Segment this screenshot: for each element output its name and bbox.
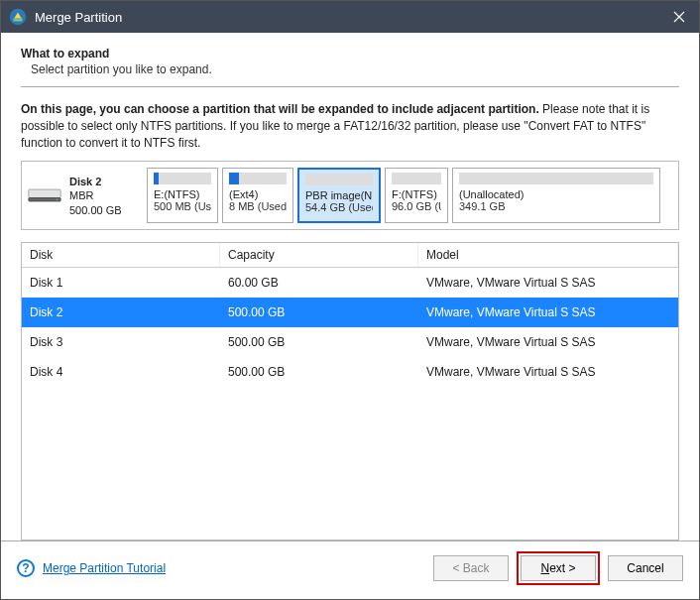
table-row[interactable]: Disk 160.00 GBVMware, VMware Virtual S S… xyxy=(22,268,678,298)
usage-bar xyxy=(459,173,653,184)
col-capacity[interactable]: Capacity xyxy=(220,243,418,267)
cell-model: VMware, VMware Virtual S SAS xyxy=(418,298,678,327)
app-icon xyxy=(9,8,27,26)
cell-capacity: 500.00 GB xyxy=(220,357,418,387)
partition-sub: 54.4 GB (Used xyxy=(305,201,373,213)
usage-bar xyxy=(305,174,373,185)
cell-disk: Disk 1 xyxy=(22,268,220,298)
cell-capacity: 500.00 GB xyxy=(220,327,418,357)
divider xyxy=(21,86,679,87)
table-body: Disk 160.00 GBVMware, VMware Virtual S S… xyxy=(22,268,678,540)
table-header: Disk Capacity Model xyxy=(22,243,678,268)
disk-info: Disk 2 MBR 500.00 GB xyxy=(28,168,143,223)
close-button[interactable] xyxy=(659,1,699,33)
table-row[interactable]: Disk 3500.00 GBVMware, VMware Virtual S … xyxy=(22,327,678,357)
page-subheading: Select partition you like to expand. xyxy=(31,62,679,76)
disk-text: Disk 2 MBR 500.00 GB xyxy=(69,175,122,217)
cell-disk: Disk 4 xyxy=(22,357,220,387)
usage-bar xyxy=(154,173,211,184)
window-title: Merge Partition xyxy=(35,10,659,25)
back-button[interactable]: < Back xyxy=(433,555,509,581)
cell-capacity: 60.00 GB xyxy=(220,268,418,298)
next-button-highlight: Next > xyxy=(517,551,600,585)
cell-capacity: 500.00 GB xyxy=(220,298,418,327)
disk-type: MBR xyxy=(69,188,122,202)
partition-tile[interactable]: E:(NTFS)500 MB (Used xyxy=(147,168,218,223)
partition-label: PBR image(N xyxy=(305,189,373,201)
disk-table: Disk Capacity Model Disk 160.00 GBVMware… xyxy=(21,242,679,540)
cell-disk: Disk 3 xyxy=(22,327,220,357)
partition-label: (Unallocated) xyxy=(459,188,653,200)
partition-tile[interactable]: F:(NTFS)96.0 GB (U xyxy=(385,168,448,223)
cell-model: VMware, VMware Virtual S SAS xyxy=(418,268,678,298)
partition-tile[interactable]: (Ext4)8 MB (Used: xyxy=(222,168,293,223)
partition-sub: 349.1 GB xyxy=(459,200,653,212)
close-icon xyxy=(673,11,685,23)
partition-sub: 96.0 GB (U xyxy=(392,200,441,212)
svg-rect-1 xyxy=(14,19,23,22)
cell-model: VMware, VMware Virtual S SAS xyxy=(418,357,678,387)
partition-label: F:(NTFS) xyxy=(392,188,441,200)
partition-tile[interactable]: PBR image(N54.4 GB (Used xyxy=(297,168,381,223)
footer: ? Merge Partition Tutorial < Back Next >… xyxy=(1,540,699,599)
partition-sub: 500 MB (Used xyxy=(154,200,211,212)
table-row[interactable]: Disk 4500.00 GBVMware, VMware Virtual S … xyxy=(22,357,678,387)
partition-bar: Disk 2 MBR 500.00 GB E:(NTFS)500 MB (Use… xyxy=(21,161,679,230)
partition-label: E:(NTFS) xyxy=(154,188,211,200)
table-row[interactable]: Disk 2500.00 GBVMware, VMware Virtual S … xyxy=(22,298,678,327)
cancel-button[interactable]: Cancel xyxy=(608,555,683,581)
usage-bar xyxy=(229,173,287,184)
next-button[interactable]: Next > xyxy=(521,555,596,581)
partition-tile[interactable]: (Unallocated)349.1 GB xyxy=(452,168,660,223)
svg-point-4 xyxy=(57,199,58,201)
col-model[interactable]: Model xyxy=(418,243,678,267)
disk-icon xyxy=(28,185,61,205)
cell-model: VMware, VMware Virtual S SAS xyxy=(418,327,678,357)
usage-bar xyxy=(392,173,441,184)
description-text: On this page, you can choose a partition… xyxy=(21,101,679,151)
col-disk[interactable]: Disk xyxy=(22,243,220,267)
cell-disk: Disk 2 xyxy=(22,298,220,327)
description-bold: On this page, you can choose a partition… xyxy=(21,102,539,116)
svg-rect-3 xyxy=(29,198,60,201)
help-icon[interactable]: ? xyxy=(17,559,35,577)
partition-label: (Ext4) xyxy=(229,188,287,200)
merge-partition-window: Merge Partition What to expand Select pa… xyxy=(0,0,700,600)
disk-name: Disk 2 xyxy=(69,175,122,188)
tutorial-link[interactable]: Merge Partition Tutorial xyxy=(43,561,166,575)
disk-size: 500.00 GB xyxy=(69,203,122,217)
content-area: What to expand Select partition you like… xyxy=(1,33,699,540)
titlebar: Merge Partition xyxy=(1,1,699,33)
page-heading: What to expand xyxy=(21,47,679,60)
partition-sub: 8 MB (Used: xyxy=(229,200,287,212)
svg-rect-2 xyxy=(29,189,60,198)
